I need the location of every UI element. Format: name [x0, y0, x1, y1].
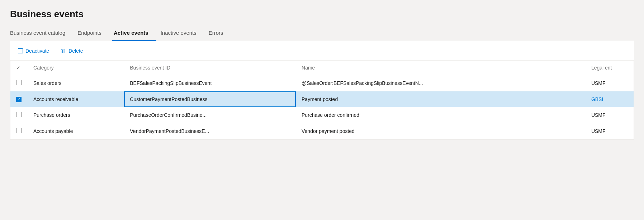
- row-checkbox-cell[interactable]: [10, 107, 28, 123]
- delete-label: Delete: [68, 48, 83, 54]
- table-row[interactable]: Sales ordersBEFSalesPackingSlipBusinessE…: [10, 75, 634, 91]
- delete-button[interactable]: 🗑 Delete: [58, 46, 85, 55]
- tab-endpoints[interactable]: Endpoints: [76, 26, 109, 41]
- page-container: Business events Business event catalogEn…: [0, 0, 644, 220]
- table-body: Sales ordersBEFSalesPackingSlipBusinessE…: [10, 75, 634, 139]
- tab-catalog[interactable]: Business event catalog: [10, 26, 73, 41]
- row-checkbox[interactable]: [16, 80, 22, 85]
- row-name: @SalesOrder:BEFSalesPackingSlipBusinessE…: [296, 75, 586, 91]
- row-checkbox[interactable]: [16, 112, 22, 117]
- col-category: Category: [28, 61, 124, 75]
- table-container: ✓ Category Business event ID Name Legal …: [10, 61, 634, 140]
- row-name: Vendor payment posted: [296, 123, 586, 139]
- row-category: Accounts payable: [28, 123, 124, 139]
- row-event-id: BEFSalesPackingSlipBusinessEvent: [124, 75, 296, 91]
- row-checkbox[interactable]: [16, 128, 22, 133]
- row-name: Payment posted: [296, 91, 586, 107]
- trash-icon: 🗑: [61, 48, 66, 54]
- deactivate-label: Deactivate: [25, 48, 49, 54]
- tab-errors[interactable]: Errors: [207, 26, 231, 41]
- row-checkbox-cell[interactable]: ✓: [10, 91, 28, 107]
- row-event-id: VendorPaymentPostedBusinessE...: [124, 123, 296, 139]
- row-legal: USMF: [586, 107, 634, 123]
- col-check: ✓: [10, 61, 28, 75]
- col-name: Name: [296, 61, 586, 75]
- col-event-id: Business event ID: [124, 61, 296, 75]
- tab-inactive[interactable]: Inactive events: [159, 26, 204, 41]
- table-row[interactable]: ✓Accounts receivableCustomerPaymentPoste…: [10, 91, 634, 107]
- row-name: Purchase order confirmed: [296, 107, 586, 123]
- tabs-bar: Business event catalogEndpointsActive ev…: [10, 26, 634, 41]
- events-table: ✓ Category Business event ID Name Legal …: [10, 61, 634, 139]
- row-legal: USMF: [586, 123, 634, 139]
- tab-active[interactable]: Active events: [112, 26, 156, 41]
- table-row[interactable]: Accounts payableVendorPaymentPostedBusin…: [10, 123, 634, 139]
- row-event-id: PurchaseOrderConfirmedBusine...: [124, 107, 296, 123]
- deactivate-checkbox-icon: [18, 48, 23, 53]
- row-checkbox[interactable]: ✓: [16, 97, 22, 102]
- row-legal[interactable]: GBSI: [586, 91, 634, 107]
- toolbar: Deactivate 🗑 Delete: [10, 41, 634, 61]
- row-checkbox-cell[interactable]: [10, 75, 28, 91]
- table-header: ✓ Category Business event ID Name Legal …: [10, 61, 634, 75]
- col-legal: Legal ent: [586, 61, 634, 75]
- row-checkbox-cell[interactable]: [10, 123, 28, 139]
- row-event-id: CustomerPaymentPostedBusiness: [124, 91, 296, 107]
- row-category: Purchase orders: [28, 107, 124, 123]
- deactivate-button[interactable]: Deactivate: [16, 47, 51, 55]
- page-title: Business events: [10, 9, 634, 20]
- table-row[interactable]: Purchase ordersPurchaseOrderConfirmedBus…: [10, 107, 634, 123]
- row-category: Sales orders: [28, 75, 124, 91]
- row-legal: USMF: [586, 75, 634, 91]
- row-category: Accounts receivable: [28, 91, 124, 107]
